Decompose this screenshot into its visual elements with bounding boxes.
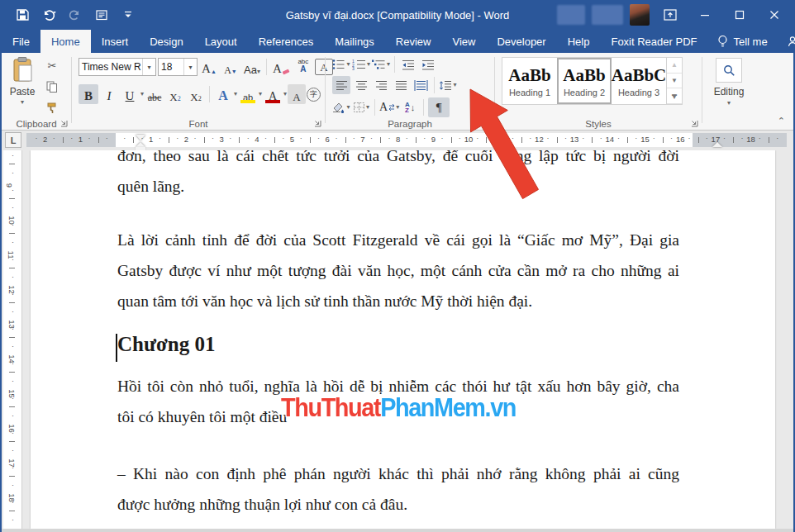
document-text[interactable]: đơn, theo sau là cái chết tức tưởi của G… — [117, 150, 679, 520]
decrease-indent-button[interactable] — [399, 55, 417, 74]
font-size-value: 18 — [159, 61, 183, 73]
character-shading-button[interactable]: A — [288, 84, 306, 104]
vertical-ruler[interactable]: ··9··10··11··12··13··14··15··16··17··18·… — [3, 150, 22, 529]
tab-home[interactable]: Home — [40, 30, 91, 53]
ruler-tick — [98, 137, 99, 143]
save-icon[interactable] — [13, 6, 31, 24]
collapse-ribbon-icon[interactable]: ⌃ — [778, 116, 785, 126]
styles-scroll-down-icon[interactable]: ▼ — [667, 74, 682, 89]
styles-scroll-up-icon[interactable]: ▲ — [667, 58, 682, 74]
tab-help[interactable]: Help — [557, 30, 601, 53]
sort-button[interactable]: A Z ↓ — [401, 98, 419, 116]
tab-references[interactable]: References — [248, 30, 324, 53]
shrink-font-button[interactable]: A▼ — [221, 57, 240, 77]
borders-button[interactable]: ▾ — [352, 98, 370, 116]
cut-icon[interactable]: ✂ — [43, 58, 61, 73]
tab-view[interactable]: View — [441, 30, 486, 53]
text-effects-button[interactable]: A — [213, 84, 233, 104]
justify-button[interactable] — [392, 76, 410, 94]
underline-button[interactable]: U — [120, 84, 140, 104]
strikethrough-button[interactable]: abc — [145, 84, 164, 104]
align-right-button[interactable] — [372, 76, 390, 94]
document-paragraph[interactable]: đơn, theo sau là cái chết tức tưởi của G… — [117, 150, 679, 202]
ruler-number: 9 — [431, 135, 436, 144]
minimize-icon[interactable] — [691, 3, 719, 26]
increase-indent-button[interactable] — [419, 55, 437, 74]
bullet-list-button[interactable]: ▾ — [332, 55, 350, 74]
asian-layout-button[interactable]: A ▾ — [379, 98, 399, 116]
titlebar-right — [557, 0, 788, 30]
multilevel-list-button[interactable]: ▾ — [372, 55, 390, 74]
watermark-suffix: .vn — [485, 393, 516, 422]
font-name-combo[interactable]: Times New R ▾ — [79, 58, 156, 76]
ribbon-display-options-icon[interactable] — [656, 3, 684, 26]
editing-button[interactable]: Editing ▾ — [711, 58, 747, 107]
tab-developer[interactable]: Developer — [486, 30, 556, 53]
font-name-dropdown-icon[interactable]: ▾ — [142, 59, 155, 75]
paragraph-dialog-launcher-icon[interactable] — [482, 118, 492, 128]
tab-review[interactable]: Review — [385, 30, 442, 53]
tab-share[interactable]: Share — [778, 30, 795, 53]
ruler-tick: · — [335, 134, 337, 142]
tab-file[interactable]: File — [2, 30, 40, 53]
format-painter-icon[interactable] — [43, 101, 61, 116]
tab-tell-me[interactable]: Tell me — [707, 30, 777, 53]
bold-button[interactable]: B — [79, 84, 98, 104]
distributed-button[interactable] — [412, 76, 430, 94]
font-dialog-launcher-icon[interactable] — [312, 118, 322, 128]
paste-button[interactable]: Paste ▾ — [7, 56, 38, 117]
font-color-bar — [265, 100, 280, 103]
align-center-button[interactable] — [352, 76, 370, 94]
document-heading[interactable]: Chương 01 — [117, 328, 679, 361]
close-icon[interactable] — [760, 3, 788, 26]
text-effects-caret-icon[interactable]: ▾ — [234, 91, 237, 97]
style-card-heading-3[interactable]: AaBbC Heading 3 — [612, 58, 666, 104]
tab-stop-selector[interactable]: L — [5, 132, 21, 148]
undo-icon[interactable] — [40, 6, 58, 24]
align-left-button[interactable] — [332, 76, 350, 94]
shading-button[interactable]: ▾ — [332, 98, 350, 116]
ruler-number: 12 — [535, 135, 544, 144]
clipboard-dialog-launcher-icon[interactable] — [59, 118, 69, 128]
style-card-heading-2[interactable]: AaBb Heading 2 — [557, 58, 612, 104]
style-card-heading-1[interactable]: AaBb Heading 1 — [502, 58, 557, 104]
font-size-combo[interactable]: 18 ▾ — [158, 58, 198, 76]
tab-layout[interactable]: Layout — [194, 30, 248, 53]
redo-icon[interactable] — [66, 6, 84, 24]
font-color-button[interactable]: A — [263, 84, 283, 104]
font-size-dropdown-icon[interactable]: ▾ — [183, 59, 197, 75]
ruler-tick: · — [494, 134, 497, 142]
change-case-button[interactable]: Aa▾ — [242, 57, 262, 77]
document-paragraph[interactable]: – Khi nào con định phê phán người khác t… — [117, 458, 679, 520]
document-paragraph[interactable]: Là lời cảnh tỉnh để đời của Scott Fitzge… — [117, 225, 679, 316]
underline-caret-icon[interactable]: ▾ — [140, 91, 144, 97]
tab-foxit-reader-pdf[interactable]: Foxit Reader PDF — [600, 30, 707, 53]
numbered-list-button[interactable]: 123 ▾ — [352, 55, 370, 74]
read-mode-icon[interactable] — [93, 6, 111, 24]
tab-mailings[interactable]: Mailings — [324, 30, 385, 53]
italic-button[interactable]: I — [99, 84, 119, 104]
tab-insert[interactable]: Insert — [91, 30, 140, 53]
phonetic-guide-button[interactable]: abc A — [293, 57, 313, 77]
horizontal-ruler-band[interactable]: ·2··1····1··2··3··4··5··6··7··8··9··10··… — [26, 133, 787, 147]
superscript-button[interactable]: X2 — [186, 84, 206, 104]
highlight-caret-icon[interactable]: ▾ — [259, 91, 262, 97]
enclose-characters-button[interactable]: 字 — [307, 88, 321, 102]
maximize-icon[interactable] — [726, 3, 754, 26]
grow-font-button[interactable]: A▲ — [199, 57, 219, 77]
styles-more-icon[interactable]: ▬▼ — [667, 88, 682, 104]
qat-customize-icon[interactable] — [119, 6, 137, 24]
font-name-value: Times New R — [79, 61, 142, 73]
font-color-caret-icon[interactable]: ▾ — [283, 91, 287, 97]
clear-formatting-button[interactable]: A — [271, 57, 292, 77]
copy-icon[interactable] — [43, 79, 61, 94]
ruler-number: 10 — [464, 135, 474, 144]
show-hide-pilcrow-button[interactable]: ¶ — [428, 97, 450, 117]
line-spacing-button[interactable]: ▾ — [439, 76, 457, 94]
styles-dialog-launcher-icon[interactable] — [689, 118, 699, 128]
tab-design[interactable]: Design — [139, 30, 193, 53]
ruler-number: 2 — [43, 135, 47, 144]
subscript-button[interactable]: X2 — [165, 84, 185, 104]
highlight-button[interactable]: ab — [238, 84, 258, 104]
user-avatar[interactable] — [630, 4, 650, 26]
